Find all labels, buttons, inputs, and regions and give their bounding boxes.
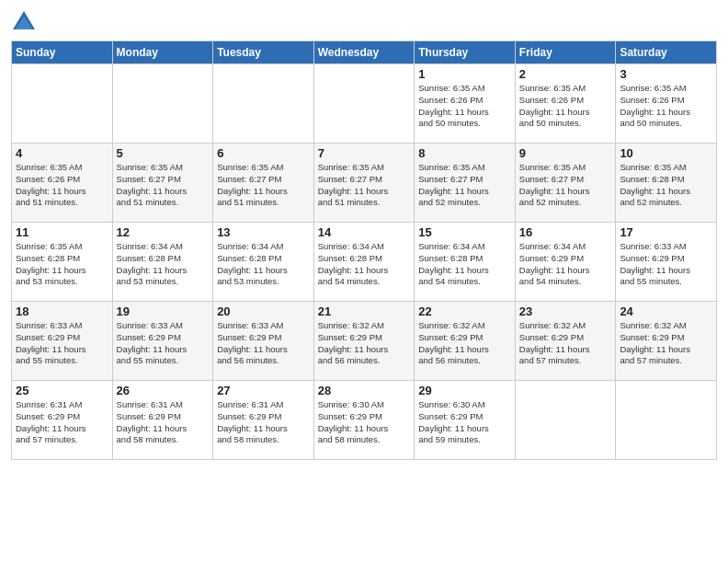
- day-number: 12: [117, 225, 210, 239]
- day-info: Sunrise: 6:35 AM Sunset: 6:26 PM Dayligh…: [418, 83, 511, 130]
- calendar-cell: 15Sunrise: 6:34 AM Sunset: 6:28 PM Dayli…: [415, 223, 516, 302]
- day-info: Sunrise: 6:35 AM Sunset: 6:27 PM Dayligh…: [318, 162, 411, 209]
- day-number: 4: [16, 146, 108, 160]
- calendar-cell: 10Sunrise: 6:35 AM Sunset: 6:28 PM Dayli…: [616, 144, 717, 223]
- col-header-monday: Monday: [112, 41, 213, 64]
- col-header-sunday: Sunday: [12, 41, 113, 64]
- day-info: Sunrise: 6:32 AM Sunset: 6:29 PM Dayligh…: [620, 320, 712, 367]
- day-info: Sunrise: 6:35 AM Sunset: 6:26 PM Dayligh…: [519, 83, 612, 130]
- day-number: 27: [217, 384, 310, 397]
- day-number: 28: [318, 384, 411, 397]
- day-info: Sunrise: 6:33 AM Sunset: 6:29 PM Dayligh…: [16, 320, 108, 367]
- calendar-cell: 11Sunrise: 6:35 AM Sunset: 6:28 PM Dayli…: [12, 223, 113, 302]
- calendar-cell: 27Sunrise: 6:31 AM Sunset: 6:29 PM Dayli…: [213, 381, 314, 460]
- logo-icon: [11, 9, 37, 35]
- day-number: 24: [620, 304, 712, 318]
- calendar-cell: 29Sunrise: 6:30 AM Sunset: 6:29 PM Dayli…: [415, 381, 516, 460]
- day-info: Sunrise: 6:35 AM Sunset: 6:27 PM Dayligh…: [217, 162, 310, 209]
- calendar-cell: 16Sunrise: 6:34 AM Sunset: 6:29 PM Dayli…: [515, 223, 616, 302]
- col-header-thursday: Thursday: [415, 41, 516, 64]
- calendar-cell: 2Sunrise: 6:35 AM Sunset: 6:26 PM Daylig…: [515, 64, 616, 144]
- day-number: 14: [318, 225, 411, 239]
- col-header-tuesday: Tuesday: [213, 41, 314, 64]
- day-info: Sunrise: 6:30 AM Sunset: 6:29 PM Dayligh…: [418, 399, 511, 446]
- calendar-cell: 21Sunrise: 6:32 AM Sunset: 6:29 PM Dayli…: [313, 302, 415, 381]
- day-number: 16: [519, 225, 612, 239]
- calendar-week-0: 1Sunrise: 6:35 AM Sunset: 6:26 PM Daylig…: [12, 64, 717, 144]
- day-info: Sunrise: 6:35 AM Sunset: 6:27 PM Dayligh…: [519, 162, 612, 209]
- day-info: Sunrise: 6:34 AM Sunset: 6:28 PM Dayligh…: [318, 241, 411, 288]
- day-number: 17: [620, 225, 712, 239]
- day-info: Sunrise: 6:35 AM Sunset: 6:26 PM Dayligh…: [16, 162, 108, 209]
- day-number: 13: [217, 225, 310, 239]
- day-number: 18: [16, 304, 108, 318]
- calendar-week-3: 18Sunrise: 6:33 AM Sunset: 6:29 PM Dayli…: [12, 302, 717, 381]
- calendar-table: SundayMondayTuesdayWednesdayThursdayFrid…: [11, 40, 717, 460]
- day-info: Sunrise: 6:32 AM Sunset: 6:29 PM Dayligh…: [519, 320, 612, 367]
- day-number: 1: [418, 67, 511, 81]
- day-info: Sunrise: 6:31 AM Sunset: 6:29 PM Dayligh…: [217, 399, 310, 446]
- day-number: 23: [519, 304, 612, 318]
- calendar-cell: [515, 381, 616, 460]
- day-number: 3: [620, 67, 712, 81]
- calendar-cell: 6Sunrise: 6:35 AM Sunset: 6:27 PM Daylig…: [213, 144, 314, 223]
- day-number: 5: [117, 146, 210, 160]
- day-number: 22: [418, 304, 511, 318]
- calendar-cell: 5Sunrise: 6:35 AM Sunset: 6:27 PM Daylig…: [112, 144, 213, 223]
- day-number: 2: [519, 67, 612, 81]
- calendar-cell: 28Sunrise: 6:30 AM Sunset: 6:29 PM Dayli…: [313, 381, 415, 460]
- calendar-cell: 22Sunrise: 6:32 AM Sunset: 6:29 PM Dayli…: [415, 302, 516, 381]
- day-info: Sunrise: 6:34 AM Sunset: 6:28 PM Dayligh…: [117, 241, 210, 288]
- day-number: 6: [217, 146, 310, 160]
- day-info: Sunrise: 6:32 AM Sunset: 6:29 PM Dayligh…: [418, 320, 511, 367]
- col-header-saturday: Saturday: [616, 41, 717, 64]
- calendar-week-2: 11Sunrise: 6:35 AM Sunset: 6:28 PM Dayli…: [12, 223, 717, 302]
- day-info: Sunrise: 6:35 AM Sunset: 6:28 PM Dayligh…: [620, 162, 712, 209]
- calendar-cell: [213, 64, 314, 144]
- day-number: 7: [318, 146, 411, 160]
- calendar-cell: 25Sunrise: 6:31 AM Sunset: 6:29 PM Dayli…: [12, 381, 113, 460]
- calendar-cell: 17Sunrise: 6:33 AM Sunset: 6:29 PM Dayli…: [616, 223, 717, 302]
- calendar-cell: 26Sunrise: 6:31 AM Sunset: 6:29 PM Dayli…: [112, 381, 213, 460]
- calendar-cell: 23Sunrise: 6:32 AM Sunset: 6:29 PM Dayli…: [515, 302, 616, 381]
- day-info: Sunrise: 6:35 AM Sunset: 6:26 PM Dayligh…: [620, 83, 712, 130]
- day-info: Sunrise: 6:31 AM Sunset: 6:29 PM Dayligh…: [117, 399, 210, 446]
- calendar-cell: 18Sunrise: 6:33 AM Sunset: 6:29 PM Dayli…: [12, 302, 113, 381]
- day-number: 8: [418, 146, 511, 160]
- day-info: Sunrise: 6:34 AM Sunset: 6:28 PM Dayligh…: [217, 241, 310, 288]
- calendar-cell: 12Sunrise: 6:34 AM Sunset: 6:28 PM Dayli…: [112, 223, 213, 302]
- day-number: 10: [620, 146, 712, 160]
- day-info: Sunrise: 6:32 AM Sunset: 6:29 PM Dayligh…: [318, 320, 411, 367]
- calendar-cell: 3Sunrise: 6:35 AM Sunset: 6:26 PM Daylig…: [616, 64, 717, 144]
- calendar-cell: 9Sunrise: 6:35 AM Sunset: 6:27 PM Daylig…: [515, 144, 616, 223]
- calendar-cell: 7Sunrise: 6:35 AM Sunset: 6:27 PM Daylig…: [313, 144, 415, 223]
- day-number: 20: [217, 304, 310, 318]
- day-number: 15: [418, 225, 511, 239]
- calendar-week-4: 25Sunrise: 6:31 AM Sunset: 6:29 PM Dayli…: [12, 381, 717, 460]
- day-number: 26: [117, 384, 210, 397]
- logo: [11, 9, 40, 35]
- day-number: 29: [418, 384, 511, 397]
- calendar-cell: 19Sunrise: 6:33 AM Sunset: 6:29 PM Dayli…: [112, 302, 213, 381]
- day-number: 25: [16, 384, 108, 397]
- calendar-cell: [12, 64, 113, 144]
- page: SundayMondayTuesdayWednesdayThursdayFrid…: [0, 0, 728, 563]
- day-info: Sunrise: 6:30 AM Sunset: 6:29 PM Dayligh…: [318, 399, 411, 446]
- col-header-friday: Friday: [515, 41, 616, 64]
- calendar-cell: 8Sunrise: 6:35 AM Sunset: 6:27 PM Daylig…: [415, 144, 516, 223]
- calendar-week-1: 4Sunrise: 6:35 AM Sunset: 6:26 PM Daylig…: [12, 144, 717, 223]
- day-info: Sunrise: 6:33 AM Sunset: 6:29 PM Dayligh…: [117, 320, 210, 367]
- day-info: Sunrise: 6:35 AM Sunset: 6:27 PM Dayligh…: [418, 162, 511, 209]
- day-info: Sunrise: 6:31 AM Sunset: 6:29 PM Dayligh…: [16, 399, 108, 446]
- calendar-cell: [313, 64, 415, 144]
- header: [11, 9, 717, 35]
- day-number: 19: [117, 304, 210, 318]
- calendar-cell: 13Sunrise: 6:34 AM Sunset: 6:28 PM Dayli…: [213, 223, 314, 302]
- day-number: 9: [519, 146, 612, 160]
- day-info: Sunrise: 6:34 AM Sunset: 6:29 PM Dayligh…: [519, 241, 612, 288]
- calendar-header-row: SundayMondayTuesdayWednesdayThursdayFrid…: [12, 41, 717, 64]
- day-info: Sunrise: 6:34 AM Sunset: 6:28 PM Dayligh…: [418, 241, 511, 288]
- calendar-cell: 4Sunrise: 6:35 AM Sunset: 6:26 PM Daylig…: [12, 144, 113, 223]
- col-header-wednesday: Wednesday: [313, 41, 415, 64]
- calendar-cell: [112, 64, 213, 144]
